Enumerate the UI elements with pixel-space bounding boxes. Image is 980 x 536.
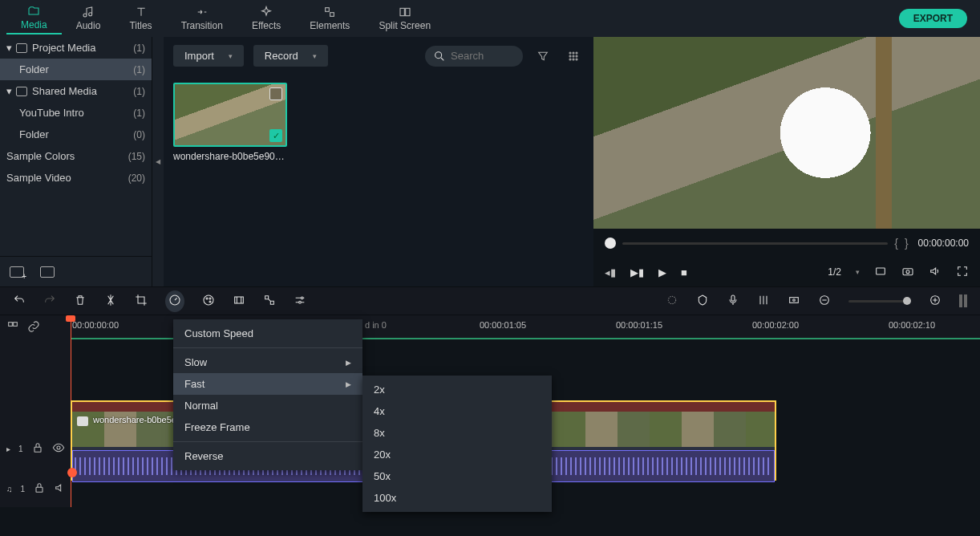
- menu-2x[interactable]: 2x: [362, 379, 552, 400]
- menu-label: Freeze Frame: [184, 421, 250, 433]
- quality-icon[interactable]: [874, 265, 887, 280]
- audio-fade-handle[interactable]: [67, 468, 77, 477]
- split-icon[interactable]: [104, 294, 117, 309]
- lock-icon[interactable]: [33, 481, 46, 496]
- green-screen-icon[interactable]: [233, 294, 245, 309]
- mixer-icon[interactable]: [757, 294, 770, 309]
- svg-point-19: [206, 298, 208, 299]
- play-pause-icon[interactable]: ▶▮: [630, 266, 644, 278]
- grid-view-icon[interactable]: [563, 46, 584, 67]
- zoom-knob[interactable]: [903, 297, 911, 305]
- menu-label: Fast: [184, 378, 205, 390]
- delete-icon[interactable]: [74, 294, 87, 309]
- zoom-slider[interactable]: [848, 300, 911, 303]
- filter-icon[interactable]: [533, 46, 553, 67]
- tree-label: Folder: [19, 63, 133, 75]
- tree-folder[interactable]: Folder(1): [0, 59, 152, 80]
- nav-titles[interactable]: Titles: [115, 3, 166, 34]
- search-input[interactable]: [451, 50, 515, 62]
- link-icon[interactable]: [27, 320, 40, 335]
- mark-in-icon[interactable]: {: [894, 237, 898, 250]
- fit-timeline-icon[interactable]: [959, 294, 967, 307]
- import-label: Import: [184, 50, 214, 62]
- zoom-in-icon[interactable]: [929, 294, 942, 309]
- stop-icon[interactable]: ■: [681, 266, 687, 278]
- svg-point-9: [573, 55, 574, 57]
- nav-elements[interactable]: Elements: [295, 3, 364, 34]
- nav-audio-label: Audio: [76, 20, 101, 31]
- speed-icon[interactable]: [165, 290, 184, 312]
- chevron-right-icon: ▶: [346, 359, 351, 367]
- detach-icon[interactable]: [263, 294, 276, 309]
- eye-icon[interactable]: [52, 441, 65, 456]
- zoom-out-icon[interactable]: [818, 294, 831, 309]
- crop-icon[interactable]: [135, 294, 148, 309]
- play-icon[interactable]: ▶: [658, 266, 666, 278]
- search-box[interactable]: [425, 46, 523, 67]
- marker-icon[interactable]: [696, 294, 709, 309]
- menu-slow[interactable]: Slow▶: [173, 351, 362, 373]
- nav-media[interactable]: Media: [6, 2, 62, 35]
- nav-effects[interactable]: Effects: [237, 3, 295, 34]
- export-button[interactable]: EXPORT: [899, 9, 967, 28]
- media-tree-pane: ▾Project Media(1) Folder(1) ▾Shared Medi…: [0, 37, 152, 286]
- menu-reverse[interactable]: Reverse: [173, 445, 362, 467]
- folder-icon[interactable]: [40, 266, 55, 278]
- tree-project-media[interactable]: ▾Project Media(1): [0, 37, 152, 59]
- collapse-sidebar-handle[interactable]: [152, 37, 164, 286]
- record-voiceover-icon[interactable]: [727, 294, 739, 309]
- tree-youtube-intro[interactable]: YouTube Intro(1): [0, 102, 152, 124]
- menu-custom-speed[interactable]: Custom Speed: [173, 323, 362, 344]
- marker-dotted-icon[interactable]: [666, 294, 678, 309]
- import-dropdown[interactable]: Import▾: [173, 45, 244, 67]
- media-clip[interactable]: ✓ wondershare-b0be5e90-4...: [173, 83, 287, 162]
- tree-label: Folder: [19, 128, 133, 140]
- chevron-down-icon[interactable]: ▾: [856, 268, 860, 276]
- manage-tracks-icon[interactable]: [6, 320, 19, 335]
- tree-folder-2[interactable]: Folder(0): [0, 124, 152, 145]
- volume-icon[interactable]: [929, 265, 942, 280]
- nav-splitscreen[interactable]: Split Screen: [364, 3, 445, 34]
- menu-100x[interactable]: 100x: [362, 487, 552, 509]
- svg-rect-1: [330, 13, 334, 17]
- fullscreen-icon[interactable]: [956, 265, 969, 280]
- nav-transition[interactable]: Transition: [167, 3, 237, 34]
- new-folder-icon[interactable]: [10, 266, 24, 278]
- menu-50x[interactable]: 50x: [362, 465, 552, 487]
- menu-4x[interactable]: 4x: [362, 400, 552, 422]
- prev-frame-icon[interactable]: ◂▮: [605, 266, 616, 278]
- menu-label: Custom Speed: [184, 327, 253, 339]
- svg-point-34: [57, 446, 60, 449]
- scrub-handle[interactable]: [605, 238, 616, 249]
- color-icon[interactable]: [202, 294, 215, 309]
- menu-fast[interactable]: Fast▶: [173, 373, 362, 395]
- menu-8x[interactable]: 8x: [362, 422, 552, 444]
- track-number: 1: [18, 445, 23, 453]
- menu-label: 20x: [374, 449, 391, 461]
- settings-icon[interactable]: [294, 294, 306, 309]
- tree-shared-media[interactable]: ▾Shared Media(1): [0, 80, 152, 102]
- audio-track-header[interactable]: ♫1: [0, 471, 71, 506]
- record-dropdown[interactable]: Record▾: [253, 45, 328, 67]
- scrub-track[interactable]: [622, 242, 888, 245]
- preview-image[interactable]: [593, 37, 980, 229]
- mute-icon[interactable]: [54, 481, 67, 496]
- keyframe-icon[interactable]: [788, 294, 800, 309]
- video-track-header[interactable]: ▸1: [0, 426, 71, 471]
- svg-point-23: [301, 297, 303, 299]
- undo-icon[interactable]: [13, 294, 26, 309]
- menu-normal[interactable]: Normal: [173, 395, 362, 416]
- tree-sample-colors[interactable]: Sample Colors(15): [0, 145, 152, 167]
- snapshot-icon[interactable]: [901, 265, 914, 280]
- tree-count: (1): [133, 108, 145, 119]
- menu-freeze-frame[interactable]: Freeze Frame: [173, 416, 362, 438]
- svg-point-11: [569, 59, 571, 60]
- redo-icon[interactable]: [43, 294, 56, 309]
- lock-icon[interactable]: [31, 441, 44, 456]
- nav-audio[interactable]: Audio: [62, 3, 115, 34]
- svg-point-5: [569, 52, 571, 54]
- tree-sample-video[interactable]: Sample Video(20): [0, 167, 152, 189]
- svg-point-7: [576, 52, 577, 54]
- mark-out-icon[interactable]: }: [905, 237, 909, 250]
- menu-20x[interactable]: 20x: [362, 444, 552, 465]
